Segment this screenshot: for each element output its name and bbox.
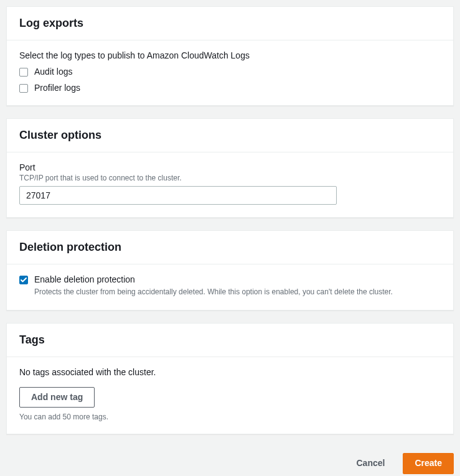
cancel-button[interactable]: Cancel [344,453,397,474]
tags-empty-text: No tags associated with the cluster. [19,367,441,377]
enable-deletion-protection-label: Enable deletion protection [34,274,441,284]
panel-body: Port TCP/IP port that is used to connect… [7,152,453,217]
footer-actions: Cancel Create [6,447,454,476]
check-icon [20,276,27,284]
panel-header: Log exports [7,7,453,40]
tags-panel: Tags No tags associated with the cluster… [6,323,454,435]
panel-header: Deletion protection [7,231,453,264]
enable-deletion-protection-row[interactable]: Enable deletion protection Protects the … [19,274,441,297]
cluster-options-panel: Cluster options Port TCP/IP port that is… [6,118,454,218]
port-label: Port [19,162,441,172]
enable-deletion-protection-description: Protects the cluster from being accident… [34,287,441,297]
panel-body: Select the log types to publish to Amazo… [7,40,453,105]
panel-body: Enable deletion protection Protects the … [7,264,453,310]
panel-header: Cluster options [7,119,453,152]
profiler-logs-checkbox[interactable] [19,84,28,93]
panel-header: Tags [7,324,453,357]
tags-title: Tags [19,334,441,347]
audit-logs-label: Audit logs [34,67,441,77]
profiler-logs-row[interactable]: Profiler logs [19,83,441,93]
port-description: TCP/IP port that is used to connect to t… [19,174,441,182]
deletion-protection-title: Deletion protection [19,241,441,254]
port-input[interactable] [19,186,337,205]
deletion-protection-panel: Deletion protection Enable deletion prot… [6,230,454,310]
create-button[interactable]: Create [403,453,454,474]
enable-deletion-protection-checkbox[interactable] [19,276,28,284]
audit-logs-checkbox[interactable] [19,68,28,77]
log-exports-title: Log exports [19,17,441,30]
cluster-options-title: Cluster options [19,129,441,142]
add-new-tag-button[interactable]: Add new tag [19,387,95,408]
log-exports-description: Select the log types to publish to Amazo… [19,50,441,60]
panel-body: No tags associated with the cluster. Add… [7,357,453,434]
audit-logs-row[interactable]: Audit logs [19,67,441,77]
tags-hint: You can add 50 more tags. [19,413,441,421]
profiler-logs-label: Profiler logs [34,83,441,93]
log-exports-panel: Log exports Select the log types to publ… [6,6,454,106]
